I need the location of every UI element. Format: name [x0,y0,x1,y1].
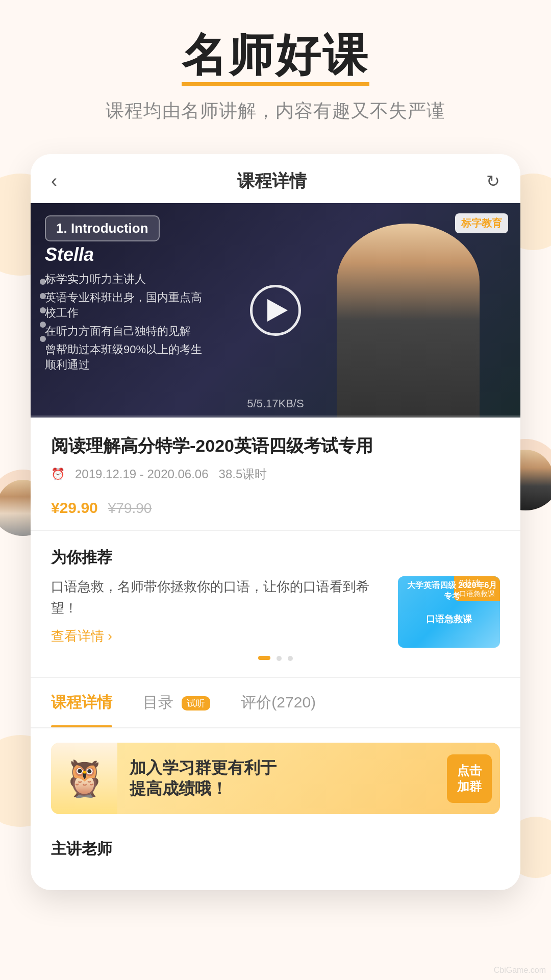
tab-catalog[interactable]: 目录 试听 [143,678,210,727]
ctrl-dot-3 [40,307,46,313]
price-symbol: ¥ [51,499,60,516]
recommend-desc: 口语急救，名师带你拯救你的口语，让你的口语看到希望！ [51,576,386,619]
teacher-header: 主讲老师 [51,839,500,860]
recommend-link[interactable]: 查看详情 › [51,627,386,645]
video-desc-2: 英语专业科班出身，国内重点高校工作 [45,290,208,321]
banner-cta-button[interactable]: 点击加群 [447,754,492,802]
hero-section: 名师好课 课程均由名师讲解，内容有趣又不失严谨 [0,0,551,144]
nav-title: 课程详情 [237,169,307,193]
recommend-section: 为你推荐 口语急救，名师带你拯救你的口语，让你的口语看到希望！ 查看详情 › 大… [31,531,520,678]
tabs-row: 课程详情 目录 试听 评价(2720) [31,678,520,728]
clock-icon: ⏰ [51,468,65,481]
video-progress-bar [31,415,520,418]
video-desc-1: 标学实力听力主讲人 [45,272,208,287]
ctrl-dot-2 [40,293,46,299]
price-original: ¥79.90 [108,500,152,517]
video-speed-text: 5/5.17KB/S [247,397,304,410]
tab-reviews[interactable]: 评价(2720) [241,678,316,727]
dot-active [258,656,270,660]
refresh-button[interactable]: ↻ [486,172,500,191]
video-desc-3: 在听力方面有自己独特的见解 [45,324,208,339]
course-meta: ⏰ 2019.12.19 - 2020.06.06 38.5课时 [51,466,500,482]
video-play-button[interactable] [250,285,301,336]
video-teacher-name: Stella [45,244,208,265]
banner-text: 加入学习群更有利于提高成绩哦！ [117,757,447,800]
thumb-title: 口语急救课 [426,613,472,625]
video-brand-label: 标字教育 [455,213,508,233]
course-price-row: ¥29.90 ¥79.90 [51,493,500,518]
ctrl-dot-1 [40,279,46,285]
dot-inactive-1 [277,656,282,661]
phone-card: ‹ 课程详情 ↻ 1. Introduction 标字教育 Stella 标学实… [31,154,520,891]
video-desc-4: 曾帮助过本班级90%以上的考生顺利通过 [45,342,208,373]
recommend-thumbnail[interactable]: 大学英语四级 2020年6月专考 口语急救课 0基础 口语急救课 [398,576,500,648]
phone-card-wrapper: ‹ 课程详情 ↻ 1. Introduction 标字教育 Stella 标学实… [0,154,551,891]
play-triangle-icon [267,299,288,322]
course-hours: 38.5课时 [219,466,267,482]
price-current: ¥29.90 [51,493,98,518]
video-section: 1. Introduction 标字教育 Stella 标学实力听力主讲人 英语… [31,203,520,418]
tab-course-detail[interactable]: 课程详情 [51,678,112,727]
ctrl-dot-5 [40,336,46,342]
video-controls-left [40,279,46,342]
teacher-section: 主讲老师 [31,828,520,890]
study-group-banner[interactable]: 🦉 加入学习群更有利于提高成绩哦！ 点击加群 [51,743,500,814]
course-date-range: 2019.12.19 - 2020.06.06 [75,467,209,481]
course-title: 阅读理解高分特学-2020英语四级考试专用 [51,434,500,458]
banner-main-text: 加入学习群更有利于提高成绩哦！ [130,757,435,800]
recommend-header: 为你推荐 [51,547,500,568]
card-nav: ‹ 课程详情 ↻ [31,154,520,203]
ctrl-dot-4 [40,322,46,328]
video-lesson-label: 1. Introduction [45,215,160,241]
dot-inactive-2 [288,656,293,661]
course-info-section: 阅读理解高分特学-2020英语四级考试专用 ⏰ 2019.12.19 - 202… [31,418,520,531]
watermark: CbiGame.com [494,966,546,975]
carousel-dots [51,656,500,661]
recommend-text-area: 口语急救，名师带你拯救你的口语，让你的口语看到希望！ 查看详情 › [51,576,386,645]
owl-icon: 🦉 [51,743,117,814]
back-button[interactable]: ‹ [51,170,57,192]
tab-catalog-badge: 试听 [182,696,210,710]
hero-subtitle: 课程均由名师讲解，内容有趣又不失严谨 [0,99,551,124]
hero-title: 名师好课 [0,31,551,86]
recommend-content: 口语急救，名师带你拯救你的口语，让你的口语看到希望！ 查看详情 › 大学英语四级… [51,576,500,648]
video-teacher-figure [337,224,480,418]
video-info: Stella 标学实力听力主讲人 英语专业科班出身，国内重点高校工作 在听力方面… [45,244,208,376]
